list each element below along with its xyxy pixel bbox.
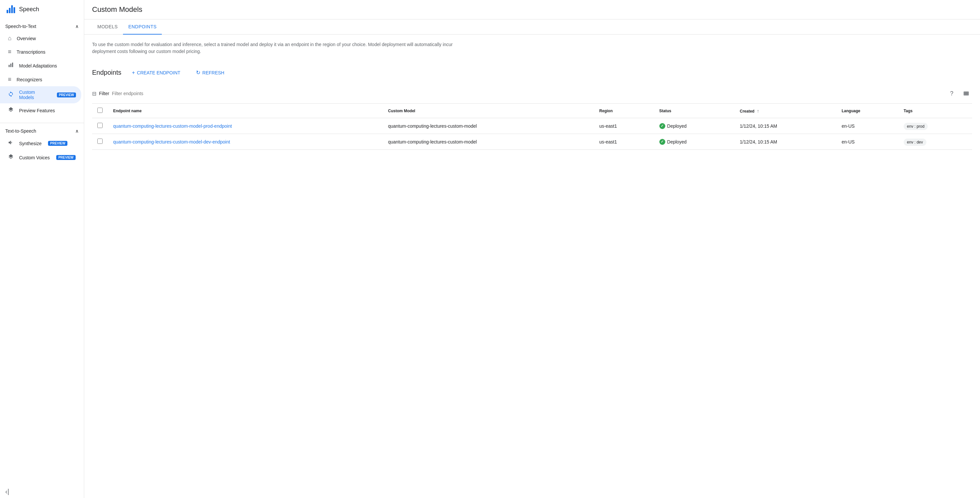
preview-badge: PREVIEW	[57, 93, 76, 97]
preview-badge: PREVIEW	[56, 155, 75, 160]
refresh-label: REFRESH	[202, 70, 224, 75]
col-endpoint-name[interactable]: Endpoint name	[108, 104, 383, 118]
tab-endpoints[interactable]: ENDPOINTS	[123, 19, 162, 35]
sidebar-item-custom-voices[interactable]: Custom Voices PREVIEW	[0, 150, 81, 164]
svg-rect-2	[12, 62, 13, 67]
sidebar-item-preview-features[interactable]: Preview Features	[0, 103, 81, 118]
waveform-icon	[8, 140, 14, 147]
status-deployed-icon	[659, 123, 665, 129]
row1-created: 1/12/24, 10:15 AM	[734, 118, 836, 134]
col-created[interactable]: Created ↑	[734, 104, 836, 118]
tab-models[interactable]: MODELS	[92, 19, 123, 35]
status-label: Deployed	[667, 139, 687, 145]
filter-label: Filter	[99, 91, 109, 96]
sidebar-item-custom-models[interactable]: Custom Models PREVIEW	[0, 86, 81, 103]
create-endpoint-button[interactable]: + CREATE ENDPOINT	[127, 67, 186, 78]
filter-input[interactable]	[112, 91, 178, 96]
layers-icon	[8, 107, 14, 114]
sidebar-item-label: Overview	[17, 36, 36, 41]
create-endpoint-label: CREATE ENDPOINT	[137, 70, 180, 75]
speech-to-text-chevron-icon: ∧	[75, 24, 79, 29]
add-icon: +	[132, 70, 135, 76]
filter-icon: ⊟	[92, 91, 96, 97]
row1-checkbox[interactable]	[97, 123, 103, 128]
status-deployed-icon	[659, 139, 665, 145]
row2-tag: env : dev	[904, 139, 926, 146]
col-region: Region	[594, 104, 654, 118]
select-all-checkbox[interactable]	[97, 108, 103, 113]
text-to-speech-chevron-icon: ∧	[75, 128, 79, 134]
columns-button[interactable]	[960, 88, 972, 99]
row1-region: us-east1	[594, 118, 654, 134]
status-badge: Deployed	[659, 123, 729, 129]
row2-status: Deployed	[654, 134, 735, 150]
status-label: Deployed	[667, 123, 687, 129]
sidebar-item-label: Custom Models	[19, 89, 50, 100]
status-badge: Deployed	[659, 139, 729, 145]
row2-checkbox[interactable]	[97, 139, 103, 144]
row2-region: us-east1	[594, 134, 654, 150]
page-title: Custom Models	[92, 5, 972, 14]
row2-language: en-US	[836, 134, 899, 150]
col-tags: Tags	[899, 104, 972, 118]
row2-tags: env : dev	[899, 134, 972, 150]
sidebar-item-label: Recognizers	[17, 77, 43, 82]
table-row: quantum-computing-lectures-custom-model-…	[92, 118, 972, 134]
sidebar-item-label: Custom Voices	[19, 155, 50, 160]
sidebar-item-recognizers[interactable]: ≡ Recognizers	[0, 73, 81, 86]
speech-to-text-header[interactable]: Speech-to-Text ∧	[0, 21, 84, 32]
sidebar-item-label: Preview Features	[19, 108, 55, 113]
row1-tag: env : prod	[904, 123, 928, 130]
row1-language: en-US	[836, 118, 899, 134]
row1-checkbox-cell[interactable]	[92, 118, 108, 134]
svg-rect-1	[11, 64, 11, 67]
refresh-button[interactable]: ↻ REFRESH	[191, 67, 229, 78]
filter-bar: ⊟ Filter ?	[92, 84, 972, 104]
row1-endpoint-link[interactable]: quantum-computing-lectures-custom-model-…	[113, 123, 232, 129]
page-description: To use the custom model for evaluation a…	[84, 35, 479, 62]
sidebar-item-model-adaptations[interactable]: Model Adaptations	[0, 59, 81, 73]
col-custom-model: Custom Model	[383, 104, 594, 118]
app-title: Speech	[19, 6, 39, 13]
sync-icon	[8, 91, 14, 99]
endpoints-header: Endpoints + CREATE ENDPOINT ↻ REFRESH	[84, 62, 980, 84]
table-row: quantum-computing-lectures-custom-model-…	[92, 134, 972, 150]
main-content: Custom Models MODELS ENDPOINTS To use th…	[84, 0, 980, 498]
svg-rect-0	[8, 65, 10, 67]
sidebar-item-label: Model Adaptations	[19, 63, 57, 69]
help-button[interactable]: ?	[946, 88, 958, 99]
sidebar: Speech Speech-to-Text ∧ ⌂ Overview ≡ Tra…	[0, 0, 84, 498]
row1-custom-model: quantum-computing-lectures-custom-model	[383, 118, 594, 134]
sidebar-item-label: Transcriptions	[17, 49, 45, 55]
sidebar-collapse-button[interactable]: ‹|	[0, 485, 84, 498]
sidebar-item-synthesize[interactable]: Synthesize PREVIEW	[0, 136, 81, 150]
select-all-header[interactable]	[92, 104, 108, 118]
table-container: ⊟ Filter ?	[84, 84, 980, 150]
text-to-speech-label: Text-to-Speech	[5, 128, 36, 134]
speech-to-text-label: Speech-to-Text	[5, 24, 36, 29]
list-icon: ≡	[8, 76, 11, 83]
filter-actions: ?	[946, 88, 972, 99]
row1-endpoint-name: quantum-computing-lectures-custom-model-…	[108, 118, 383, 134]
chart-icon	[8, 62, 14, 69]
sidebar-item-overview[interactable]: ⌂ Overview	[0, 32, 81, 45]
list-icon: ≡	[8, 48, 11, 55]
app-logo-icon	[6, 5, 15, 13]
text-to-speech-section: Text-to-Speech ∧ Synthesize PREVIEW Cust…	[0, 123, 84, 167]
content-area: MODELS ENDPOINTS To use the custom model…	[84, 19, 980, 498]
row1-tags: env : prod	[899, 118, 972, 134]
text-to-speech-header[interactable]: Text-to-Speech ∧	[0, 126, 84, 136]
layers-icon	[8, 154, 14, 161]
endpoints-section-title: Endpoints	[92, 69, 121, 77]
row2-endpoint-link[interactable]: quantum-computing-lectures-custom-model-…	[113, 139, 230, 145]
refresh-icon: ↻	[196, 69, 200, 76]
row2-checkbox-cell[interactable]	[92, 134, 108, 150]
preview-badge: PREVIEW	[48, 141, 67, 146]
sidebar-item-transcriptions[interactable]: ≡ Transcriptions	[0, 45, 81, 59]
endpoints-table: Endpoint name Custom Model Region Status	[92, 104, 972, 150]
col-status: Status	[654, 104, 735, 118]
sidebar-header: Speech	[0, 0, 84, 18]
home-icon: ⌂	[8, 35, 11, 42]
row2-custom-model: quantum-computing-lectures-custom-model	[383, 134, 594, 150]
sidebar-item-label: Synthesize	[19, 141, 41, 146]
